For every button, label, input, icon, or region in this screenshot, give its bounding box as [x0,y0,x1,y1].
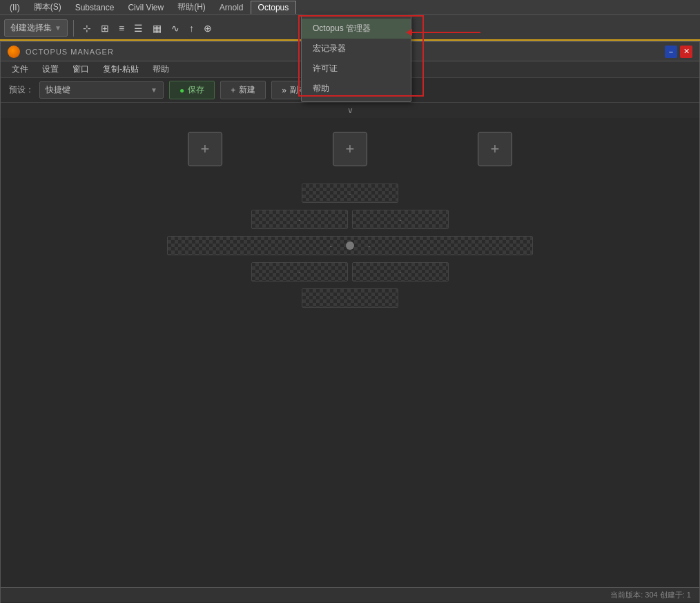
menu-substance[interactable]: Substance [68,1,121,14]
node-cell[interactable]: - [352,210,449,229]
close-button[interactable]: ✕ [680,46,692,58]
cursor-icon: ⊹ [83,23,91,34]
snap-icon: ⊞ [101,23,109,34]
checker-row-3: - - [167,236,533,255]
select-set-label: 创建选择集 [10,22,52,34]
copy-icon: » [282,86,286,95]
add-col-btn-2[interactable]: + [333,132,367,166]
node-cell[interactable]: - [352,262,449,281]
add-col-btn-1[interactable]: + [188,132,222,166]
status-text: 当前版本: 304 创建于: 1 [610,590,691,600]
help-label: 帮助 [313,83,329,95]
menu-script[interactable]: 脚本(S) [27,0,68,14]
grid-icon: ▦ [153,23,162,34]
menu-civilview[interactable]: Civil View [121,1,171,14]
status-bar: 当前版本: 304 创建于: 1 [1,587,699,602]
octopus-title: OCTOPUS MANAGER [26,48,114,56]
node-area: - - - - - [1,181,699,310]
save-button[interactable]: ● 保存 [169,81,215,99]
checker-row-1: - [302,184,398,203]
list1-icon-btn[interactable]: ≡ [115,21,128,36]
cursor-icon-btn[interactable]: ⊹ [79,21,95,36]
preset-arrow-icon: ▼ [150,86,157,94]
dropdown-arrow-icon: ▼ [55,24,61,32]
arrowup-icon-btn[interactable]: ↑ [186,21,197,36]
dropdown-menu: Octopus 管理器 宏记录器 许可证 帮助 [301,15,411,102]
transform-icon-btn[interactable]: ⊕ [200,21,215,36]
chevron-icon: ∨ [347,106,353,115]
plus-row: + + + [1,118,699,173]
transform-icon: ⊕ [204,23,212,34]
node-cell-wide[interactable]: - - [167,236,533,255]
macro-label: 宏记录器 [313,43,346,55]
node-cell[interactable]: - [251,210,348,229]
select-set-dropdown[interactable]: 创建选择集 ▼ [4,19,68,37]
arrowup-icon: ↑ [189,23,194,34]
octopus-logo-icon [8,46,20,58]
license-label: 许可证 [313,63,338,75]
titlebar-controls: − ✕ [665,46,692,58]
preset-select[interactable]: 快捷键 ▼ [39,81,164,99]
grid-icon-btn[interactable]: ▦ [149,21,165,36]
add-col-btn-3[interactable]: + [478,132,512,166]
wave-icon-btn[interactable]: ∿ [168,21,183,36]
octopus-panel: OCTOPUS MANAGER − ✕ 文件 设置 窗口 复制-粘贴 帮助 预设… [0,41,700,603]
sub-menu-help[interactable]: 帮助 [147,62,175,77]
menu-help[interactable]: 帮助(H) [171,0,213,14]
new-button[interactable]: + 新建 [220,81,266,99]
menu-octopus[interactable]: Octopus [251,1,297,14]
center-dot-icon [346,241,354,250]
save-dot-icon: ● [179,86,184,95]
new-plus-icon: + [231,86,235,95]
list2-icon-btn[interactable]: ☰ [130,21,146,36]
node-cell[interactable]: - [251,262,348,281]
sub-menu-file[interactable]: 文件 [6,62,34,77]
checker-row-2: - - [251,210,449,229]
sub-menu-copypaste[interactable]: 复制-粘贴 [97,62,144,77]
snap-icon-btn[interactable]: ⊞ [97,21,113,36]
list1-icon: ≡ [119,23,124,34]
minimize-button[interactable]: − [665,46,677,58]
preset-value: 快捷键 [46,84,70,96]
node-cell[interactable]: - [302,288,398,308]
sub-menu-window[interactable]: 窗口 [67,62,95,77]
dropdown-item-help[interactable]: 帮助 [302,79,411,99]
divider-1 [73,20,74,37]
dropdown-item-manager[interactable]: Octopus 管理器 [302,19,411,39]
main-content: + + + - - - - [1,118,699,603]
dropdown-overlay: Octopus 管理器 宏记录器 许可证 帮助 [301,15,411,102]
node-cell[interactable]: - [302,184,398,203]
sub-menu-settings[interactable]: 设置 [37,62,64,77]
checker-row-5: - [302,288,398,308]
chevron-row[interactable]: ∨ [1,103,699,118]
preset-label: 预设： [9,84,34,96]
wave-icon: ∿ [171,23,179,34]
dropdown-item-license[interactable]: 许可证 [302,59,411,79]
menu-ii[interactable]: (II) [3,1,27,14]
list2-icon: ☰ [134,23,143,34]
manager-label: Octopus 管理器 [313,23,371,34]
top-menubar: (II) 脚本(S) Substance Civil View 帮助(H) Ar… [0,0,700,15]
menu-arnold[interactable]: Arnold [213,1,251,14]
dropdown-item-macro[interactable]: 宏记录器 [302,39,411,59]
checker-row-4: - - [251,262,449,281]
